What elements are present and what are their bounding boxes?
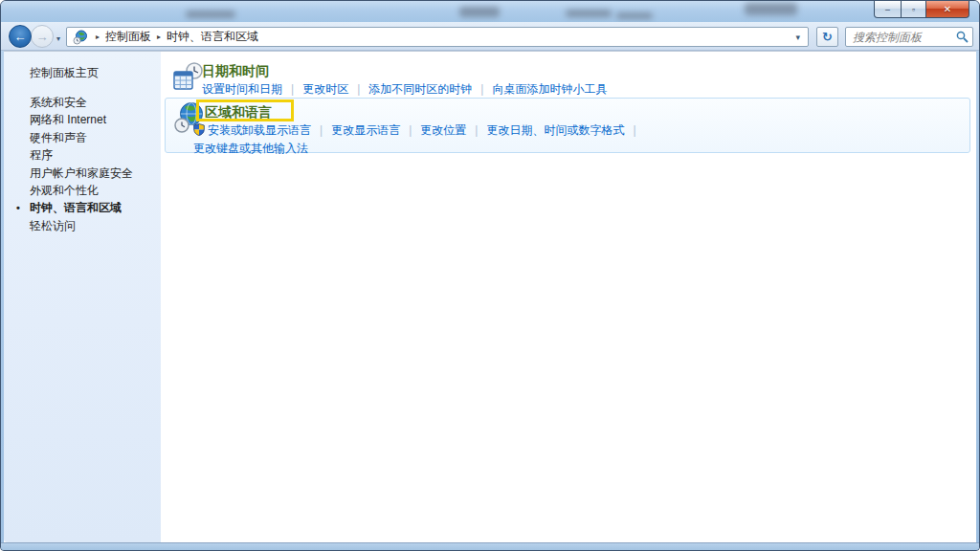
maximize-button[interactable]: ▫ — [901, 1, 926, 18]
sidebar-item-hardware-sound[interactable]: 硬件和声音 — [30, 129, 161, 146]
link-change-keyboards-input-methods[interactable]: 更改键盘或其他输入法 — [193, 142, 308, 155]
section-region-language[interactable]: 区域和语言 安装或卸载显示语言|更改显示语言|更改位置|更改日期、时间或数字格式… — [165, 98, 970, 153]
close-button[interactable]: ✕ — [925, 1, 969, 18]
forward-arrow-icon: → — [36, 30, 49, 44]
selected-bullet-icon: • — [16, 199, 20, 216]
blurred-artifact — [459, 7, 500, 17]
sidebar-item-control-panel-home[interactable]: 控制面板主页 — [30, 65, 161, 81]
search-input[interactable] — [853, 31, 956, 44]
sidebar-item-label: 时钟、语言和区域 — [30, 201, 122, 214]
uac-shield-icon — [193, 123, 205, 136]
blurred-artifact — [745, 3, 797, 15]
refresh-button[interactable]: ↻ — [816, 27, 838, 47]
sidebar: 控制面板主页 系统和安全 网络和 Internet 硬件和声音 程序 用户帐户和… — [4, 52, 161, 542]
minimize-button[interactable]: – — [874, 1, 902, 18]
link-change-display-language[interactable]: 更改显示语言 — [331, 123, 400, 137]
link-change-time-zone[interactable]: 更改时区 — [302, 82, 348, 96]
sidebar-item-appearance[interactable]: 外观和个性化 — [30, 182, 161, 199]
blurred-artifact — [566, 10, 612, 17]
maximize-icon: ▫ — [912, 5, 915, 14]
region-language-links-row2: 更改键盘或其他输入法 — [193, 140, 645, 158]
breadcrumb-arrow-icon: ▸ — [96, 33, 100, 41]
forward-button[interactable]: → — [31, 25, 54, 48]
date-time-icon — [173, 62, 204, 93]
content-area: 控制面板主页 系统和安全 网络和 Internet 硬件和声音 程序 用户帐户和… — [4, 51, 976, 542]
sidebar-item-system-security[interactable]: 系统和安全 — [30, 94, 161, 111]
back-arrow-icon: ← — [14, 30, 27, 44]
sidebar-category-list: 系统和安全 网络和 Internet 硬件和声音 程序 用户帐户和家庭安全 外观… — [4, 94, 161, 234]
address-bar[interactable]: ▸ 控制面板 ▸ 时钟、语言和区域 ▾ — [66, 27, 809, 47]
link-separator: | — [409, 123, 412, 137]
refresh-icon: ↻ — [822, 30, 833, 44]
navigation-bar: ← → ▾ ▸ 控制面板 ▸ 时钟、语言和区域 ▾ ↻ — [1, 22, 979, 51]
link-change-date-time-number-formats[interactable]: 更改日期、时间或数字格式 — [486, 123, 624, 137]
title-bar[interactable] — [1, 1, 979, 22]
minimize-icon: – — [885, 5, 890, 14]
link-separator: | — [633, 123, 635, 137]
breadcrumb-clock-language-region[interactable]: 时钟、语言和区域 — [167, 29, 258, 45]
link-add-clock-gadget[interactable]: 向桌面添加时钟小工具 — [492, 82, 607, 96]
section-date-time: 日期和时间 设置时间和日期|更改时区|添加不同时区的时钟|向桌面添加时钟小工具 — [173, 61, 607, 99]
control-panel-window: – ▫ ✕ ← → ▾ ▸ 控制面板 ▸ 时钟、语言和区域 ▾ ↻ — [0, 0, 980, 551]
recent-pages-dropdown[interactable]: ▾ — [56, 34, 60, 43]
date-time-links: 设置时间和日期|更改时区|添加不同时区的时钟|向桌面添加时钟小工具 — [202, 80, 607, 99]
link-change-location[interactable]: 更改位置 — [420, 123, 466, 137]
date-time-title[interactable]: 日期和时间 — [202, 61, 607, 80]
region-language-title[interactable]: 区域和语言 — [205, 102, 645, 121]
sidebar-item-network-internet[interactable]: 网络和 Internet — [30, 111, 161, 128]
address-dropdown-icon[interactable]: ▾ — [791, 33, 804, 42]
breadcrumb-arrow-icon: ▸ — [157, 33, 161, 41]
link-set-time-date[interactable]: 设置时间和日期 — [202, 82, 282, 96]
back-button[interactable]: ← — [9, 25, 32, 48]
sidebar-item-ease-of-access[interactable]: 轻松访问 — [30, 217, 161, 234]
blurred-artifact — [616, 12, 653, 19]
clock-region-category-icon — [73, 30, 88, 45]
breadcrumb-control-panel[interactable]: 控制面板 — [105, 29, 151, 45]
region-language-links-row1: 安装或卸载显示语言|更改显示语言|更改位置|更改日期、时间或数字格式| — [193, 121, 645, 140]
link-separator: | — [475, 123, 478, 137]
sidebar-item-user-accounts[interactable]: 用户帐户和家庭安全 — [30, 165, 161, 182]
window-bottom-border — [1, 542, 979, 550]
link-separator: | — [291, 82, 294, 96]
blurred-artifact — [186, 11, 235, 18]
link-separator: | — [320, 123, 323, 137]
sidebar-item-programs[interactable]: 程序 — [30, 146, 161, 164]
search-icon — [956, 31, 969, 43]
link-add-clocks[interactable]: 添加不同时区的时钟 — [368, 82, 472, 96]
link-install-uninstall-languages[interactable]: 安装或卸载显示语言 — [208, 123, 311, 137]
close-icon: ✕ — [944, 4, 951, 14]
caption-buttons: – ▫ ✕ — [875, 1, 969, 18]
sidebar-item-clock-language-region[interactable]: • 时钟、语言和区域 — [30, 199, 161, 216]
link-separator: | — [357, 82, 360, 96]
search-box[interactable] — [845, 27, 973, 47]
link-separator: | — [480, 82, 483, 96]
